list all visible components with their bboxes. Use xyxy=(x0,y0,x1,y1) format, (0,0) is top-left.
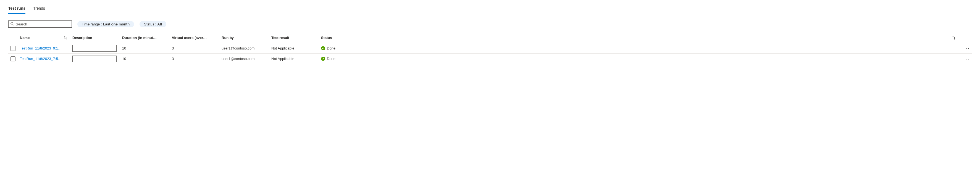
filter-time-range-label: Time range : xyxy=(82,22,102,26)
test-run-name-link[interactable]: TestRun_11/8/2023_7:5… xyxy=(20,55,72,62)
status-label: Done xyxy=(327,57,336,61)
tab-trends[interactable]: Trends xyxy=(33,5,45,14)
virtual-users-cell: 3 xyxy=(172,55,221,62)
search-box[interactable] xyxy=(8,21,72,28)
column-run-by[interactable]: Run by xyxy=(221,34,271,41)
tab-test-runs[interactable]: Test runs xyxy=(8,5,25,14)
duration-cell: 10 xyxy=(122,45,172,52)
column-actions xyxy=(961,36,972,40)
row-more-button[interactable]: ⋯ xyxy=(964,56,969,61)
svg-line-1 xyxy=(13,24,14,25)
sort-icon[interactable] xyxy=(952,36,956,40)
filter-status[interactable]: Status : All xyxy=(140,21,166,27)
success-icon xyxy=(321,57,325,61)
search-icon xyxy=(10,22,14,27)
test-result-cell: Not Applicable xyxy=(271,55,321,62)
column-name[interactable]: Name xyxy=(20,34,72,41)
status-cell: Done xyxy=(321,55,365,62)
filter-status-label: Status : xyxy=(144,22,156,26)
column-status[interactable]: Status xyxy=(321,34,365,41)
filter-time-range-value: Last one month xyxy=(103,22,130,26)
column-description[interactable]: Description xyxy=(72,34,122,41)
description-input[interactable] xyxy=(72,56,116,62)
run-by-cell: user1@contoso.com xyxy=(221,45,271,52)
virtual-users-cell: 3 xyxy=(172,45,221,52)
row-checkbox[interactable] xyxy=(11,56,16,61)
test-run-name-link[interactable]: TestRun_11/8/2023_9:1… xyxy=(20,45,72,52)
success-icon xyxy=(321,46,325,50)
column-duration[interactable]: Duration (in minut… xyxy=(122,34,172,41)
table-row: TestRun_11/8/2023_7:5… 10 3 user1@contos… xyxy=(8,54,972,64)
description-input[interactable] xyxy=(72,45,116,52)
search-input[interactable] xyxy=(16,22,70,26)
column-test-result[interactable]: Test result xyxy=(271,34,321,41)
run-by-cell: user1@contoso.com xyxy=(221,55,271,62)
filter-bar: Time range : Last one month Status : All xyxy=(8,21,972,28)
filter-status-value: All xyxy=(157,22,162,26)
test-runs-table: Name Description Duration (in minut… Vir… xyxy=(8,33,972,64)
table-header: Name Description Duration (in minut… Vir… xyxy=(8,33,972,43)
column-checkbox xyxy=(8,36,20,40)
tabs-bar: Test runs Trends xyxy=(8,5,972,14)
status-cell: Done xyxy=(321,45,365,52)
column-name-label: Name xyxy=(20,36,30,40)
test-result-cell: Not Applicable xyxy=(271,45,321,52)
row-checkbox[interactable] xyxy=(11,46,16,51)
column-status-sort[interactable] xyxy=(365,34,961,41)
row-more-button[interactable]: ⋯ xyxy=(964,46,969,51)
status-label: Done xyxy=(327,46,336,50)
table-row: TestRun_11/8/2023_9:1… 10 3 user1@contos… xyxy=(8,43,972,54)
filter-time-range[interactable]: Time range : Last one month xyxy=(77,21,134,27)
duration-cell: 10 xyxy=(122,55,172,62)
column-virtual-users[interactable]: Virtual users (aver… xyxy=(172,34,221,41)
svg-point-0 xyxy=(11,22,13,25)
sort-icon[interactable] xyxy=(64,36,67,40)
